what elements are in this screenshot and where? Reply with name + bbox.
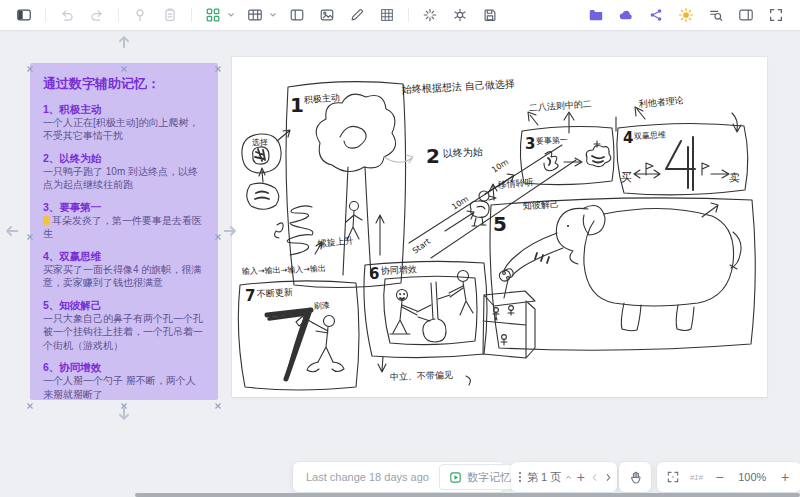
sketch-label: 3 xyxy=(525,135,535,153)
status-card: Last change 18 days ago 数字记忆法 xyxy=(293,462,505,492)
selection-handle[interactable] xyxy=(120,59,128,67)
selection-handle[interactable] xyxy=(214,59,222,67)
top-toolbar xyxy=(0,0,800,30)
frame-button[interactable] xyxy=(285,3,309,27)
sketch-label: 1 xyxy=(290,93,304,117)
cloud-icon xyxy=(618,7,634,23)
note-item: 4、双赢思维买家买了一面长得像4 的旗帜，很满意，卖家赚到了钱也很满意 xyxy=(43,249,205,290)
pixel-grid-button[interactable] xyxy=(375,3,399,27)
undo-icon xyxy=(59,7,75,23)
sketch-label: 选择 xyxy=(252,138,268,147)
share-button[interactable] xyxy=(644,3,668,27)
template-icon xyxy=(205,7,221,23)
note-item-heading: 2、以终为始 xyxy=(43,151,205,165)
fullscreen-button[interactable] xyxy=(764,3,788,27)
sketch-label: 协同增效 xyxy=(381,264,417,276)
sketch-label: 输入→输出→输入→输出 xyxy=(242,264,326,276)
selection-handle[interactable] xyxy=(214,227,222,235)
sketch-label: 螺旋上升 xyxy=(317,235,354,249)
expand-up-arrow[interactable] xyxy=(116,34,132,50)
table-button[interactable] xyxy=(243,3,267,27)
zoom-level[interactable]: 100% xyxy=(734,471,770,483)
note-title: 通过数字辅助记忆： xyxy=(43,76,205,93)
save-icon xyxy=(482,7,498,23)
expand-right-arrow[interactable] xyxy=(222,223,238,239)
board-icon xyxy=(449,471,462,484)
sketch-label: 5 xyxy=(493,212,507,236)
chevron-down-icon xyxy=(269,11,277,19)
fit-screen-button[interactable] xyxy=(661,465,685,489)
magic-wand-icon xyxy=(422,7,438,23)
note-item-heading: 5、知彼解己 xyxy=(43,298,205,312)
lightbulb-icon xyxy=(43,216,50,225)
zoom-in-button[interactable]: + xyxy=(773,465,797,489)
magic-wand-button[interactable] xyxy=(418,3,442,27)
panel-toggle-button[interactable] xyxy=(12,3,36,27)
selection-handle[interactable] xyxy=(120,396,128,404)
sketch-label: 卖 xyxy=(729,171,740,184)
table-icon xyxy=(247,7,263,23)
horizontal-scrollbar[interactable] xyxy=(135,493,800,497)
sketch-label: 二八法则中的二 xyxy=(528,99,592,113)
sun-icon xyxy=(678,7,694,23)
template-caret[interactable] xyxy=(227,3,237,27)
redo-button[interactable] xyxy=(85,3,109,27)
sketch-panel-4: 4 双赢思维 买 卖 利他者理论 xyxy=(616,95,748,195)
selection-handle[interactable] xyxy=(26,227,34,235)
sketch-panel-2: 2 以终为始 Start 10m 10m xyxy=(384,112,576,258)
sketch-panel-6: 6 协同增效 中立、不带偏见 xyxy=(364,261,487,385)
note-item-body: 买家买了一面长得像4 的旗帜，很满意，卖家赚到了钱也很满意 xyxy=(43,263,205,290)
ratio-label[interactable]: #1# xyxy=(688,473,705,482)
next-page-button[interactable] xyxy=(602,465,615,489)
chevron-left-icon xyxy=(589,472,600,483)
settings-button[interactable] xyxy=(448,3,472,27)
right-panel-button[interactable] xyxy=(734,3,758,27)
page-selector[interactable]: 第 1 页 xyxy=(527,470,573,485)
sketch-label: 7 xyxy=(245,287,255,305)
clipboard-button[interactable] xyxy=(158,3,182,27)
prev-page-button[interactable] xyxy=(588,465,601,489)
pencil-button[interactable] xyxy=(345,3,369,27)
add-page-button[interactable]: + xyxy=(573,465,588,489)
selection-handle[interactable] xyxy=(214,396,222,404)
page-menu-button[interactable] xyxy=(513,465,527,489)
toolbar-left xyxy=(0,3,514,27)
note-frame[interactable]: 通过数字辅助记忆： 1、积极主动一个人正在[积极主动]的向上爬树，不受其它事情干… xyxy=(30,63,218,400)
sketch-label: 移情聆听 xyxy=(496,177,534,190)
table-caret[interactable] xyxy=(269,3,279,27)
note-item-heading: 3、要事第一 xyxy=(43,200,205,214)
zoom-controls-card: #1# − 100% + xyxy=(657,462,800,492)
theme-button[interactable] xyxy=(674,3,698,27)
template-button[interactable] xyxy=(201,3,225,27)
sketch-label: 买 xyxy=(621,171,632,184)
cloud-sync-button[interactable] xyxy=(614,3,638,27)
undo-button[interactable] xyxy=(55,3,79,27)
folder-button[interactable] xyxy=(584,3,608,27)
hand-tool-button[interactable] xyxy=(623,465,647,489)
search-list-icon xyxy=(708,7,724,23)
save-button[interactable] xyxy=(478,3,502,27)
sketch-label: 刷漆 xyxy=(313,300,330,311)
chevron-right-icon xyxy=(603,472,614,483)
note-item-heading: 6、协同增效 xyxy=(43,360,205,374)
selection-handle[interactable] xyxy=(26,396,34,404)
search-overview-button[interactable] xyxy=(704,3,728,27)
sketch-label: 知彼解己 xyxy=(523,199,559,211)
sketch-label: 以终为始 xyxy=(443,146,484,159)
toolbar-right xyxy=(572,3,800,27)
expand-left-arrow[interactable] xyxy=(4,223,20,239)
zoom-out-button[interactable]: − xyxy=(708,465,732,489)
panel-toggle-icon xyxy=(16,7,32,23)
right-panel-icon xyxy=(738,7,754,23)
fit-screen-icon xyxy=(666,470,680,484)
pencil-icon xyxy=(349,7,365,23)
selection-handle[interactable] xyxy=(26,59,34,67)
note-item-heading: 4、双赢思维 xyxy=(43,249,205,263)
redo-icon xyxy=(89,7,105,23)
pin-button[interactable] xyxy=(128,3,152,27)
sketch-label: 要事第一 xyxy=(536,135,568,146)
last-change-status: Last change 18 days ago xyxy=(293,471,439,483)
image-button[interactable] xyxy=(315,3,339,27)
note-item-body: 一个人正在[积极主动]的向上爬树，不受其它事情干扰 xyxy=(43,116,205,143)
clipboard-icon xyxy=(162,7,178,23)
